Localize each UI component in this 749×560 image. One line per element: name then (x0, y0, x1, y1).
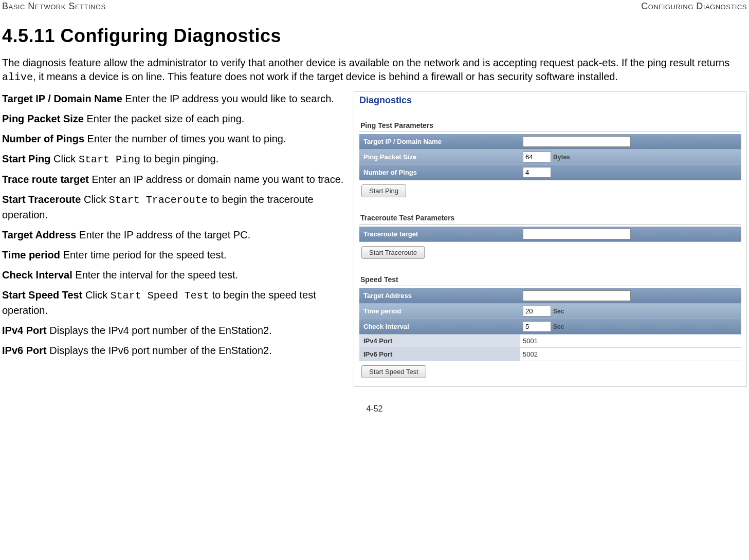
definition-item: IPv4 Port Displays the IPv4 port number … (2, 323, 346, 338)
definition-text: Click (50, 153, 78, 164)
definition-label: Check Interval (2, 269, 72, 281)
traceroute-target-label: Traceroute target (359, 227, 520, 242)
definition-item: Target Address Enter the IP address of t… (2, 228, 346, 242)
header-right: Configuring Diagnostics (641, 1, 747, 12)
definition-text: Enter the number of times you want to pi… (84, 133, 286, 144)
definition-item: Ping Packet Size Enter the packet size o… (2, 111, 346, 126)
header-left: Basic Network Settings (2, 1, 106, 12)
speed-time-input[interactable] (523, 306, 551, 316)
intro-paragraph: The diagnosis feature allow the administ… (0, 51, 749, 86)
ping-size-unit: Bytes (553, 154, 570, 161)
speed-ipv4-label: IPv4 Port (359, 334, 520, 348)
speed-interval-label: Check Interval (359, 319, 520, 334)
definition-item: Trace route target Enter an IP address o… (2, 172, 346, 187)
definitions-column: Target IP / Domain Name Enter the IP add… (2, 91, 346, 363)
definition-text: Enter the IP address of the target PC. (76, 229, 250, 240)
traceroute-section-title: Traceroute Test Parameters (359, 204, 741, 225)
definition-label: Start Speed Test (2, 289, 82, 301)
speed-ipv6-value: 5002 (520, 348, 741, 361)
definition-code: Start Traceroute (109, 194, 208, 206)
definition-label: Time period (2, 249, 60, 260)
speed-section-title: Speed Test (359, 266, 741, 286)
speed-target-label: Target Address (359, 288, 520, 304)
ping-size-input[interactable] (523, 152, 551, 162)
speed-ipv6-label: IPv6 Port (359, 348, 520, 361)
definition-text: Click (81, 194, 108, 205)
definition-label: Ping Packet Size (2, 113, 84, 124)
definition-item: Number of Pings Enter the number of time… (2, 132, 346, 146)
definition-text: Displays the IPv4 port number of the EnS… (47, 325, 272, 336)
definition-label: Target Address (2, 229, 76, 240)
definition-label: Start Ping (2, 153, 50, 164)
definition-text: Enter time period for the speed test. (60, 249, 227, 260)
definition-label: IPv4 Port (2, 325, 47, 336)
definition-label: Number of Pings (2, 133, 84, 144)
definition-text: Enter an IP address or domain name you w… (89, 174, 343, 185)
ping-target-input[interactable] (523, 136, 631, 147)
definition-item: IPv6 Port Displays the IPv6 port number … (2, 343, 346, 358)
definition-text: to begin pinging. (140, 153, 218, 164)
definition-text: Enter the interval for the speed test. (72, 269, 238, 281)
definition-item: Check Interval Enter the interval for th… (2, 268, 346, 283)
definition-text: Click (82, 289, 110, 301)
start-traceroute-button[interactable]: Start Traceroute (361, 246, 425, 259)
speed-interval-input[interactable] (523, 321, 551, 332)
page-header: Basic Network Settings Configuring Diagn… (0, 0, 749, 16)
intro-text-1: The diagnosis feature allow the administ… (2, 57, 729, 68)
page-number: 4-52 (0, 387, 749, 418)
start-ping-button[interactable]: Start Ping (361, 184, 406, 197)
start-speed-test-button[interactable]: Start Speed Test (361, 365, 426, 378)
speed-ipv4-value: 5001 (520, 334, 741, 348)
definition-text: Enter the packet size of each ping. (84, 113, 244, 124)
definition-label: IPv6 Port (2, 345, 47, 356)
definition-label: Trace route target (2, 174, 89, 185)
definition-label: Start Traceroute (2, 194, 81, 205)
definition-item: Time period Enter time period for the sp… (2, 248, 346, 263)
definition-text: Enter the IP address you would like to s… (122, 93, 334, 104)
definition-item: Start Speed Test Click Start Speed Test … (2, 288, 346, 318)
ping-count-input[interactable] (523, 167, 551, 178)
ping-section-title: Ping Test Parameters (359, 112, 741, 132)
definition-item: Start Ping Click Start Ping to begin pin… (2, 152, 346, 167)
speed-interval-unit: Sec (553, 323, 564, 330)
ping-size-label: Ping Packet Size (359, 150, 520, 165)
diagnostics-panel: Diagnostics Ping Test Parameters Target … (354, 91, 747, 387)
panel-title: Diagnostics (354, 92, 746, 112)
intro-text-2: , it means a device is on line. This fea… (33, 71, 618, 82)
section-title: 4.5.11 Configuring Diagnostics (0, 16, 749, 51)
speed-target-input[interactable] (523, 290, 631, 301)
definition-code: Start Ping (79, 154, 140, 165)
traceroute-target-input[interactable] (523, 229, 631, 239)
ping-count-label: Number of Pings (359, 165, 520, 180)
definition-label: Target IP / Domain Name (2, 93, 122, 104)
ping-target-label: Target IP / Domain Name (359, 134, 520, 150)
definition-code: Start Speed Test (111, 290, 209, 302)
speed-time-label: Time period (359, 304, 520, 319)
intro-code: alive (2, 71, 33, 83)
definition-item: Start Traceroute Click Start Traceroute … (2, 192, 346, 222)
definition-text: Displays the IPv6 port number of the EnS… (47, 345, 272, 356)
definition-item: Target IP / Domain Name Enter the IP add… (2, 91, 346, 106)
speed-time-unit: Sec (553, 308, 564, 315)
